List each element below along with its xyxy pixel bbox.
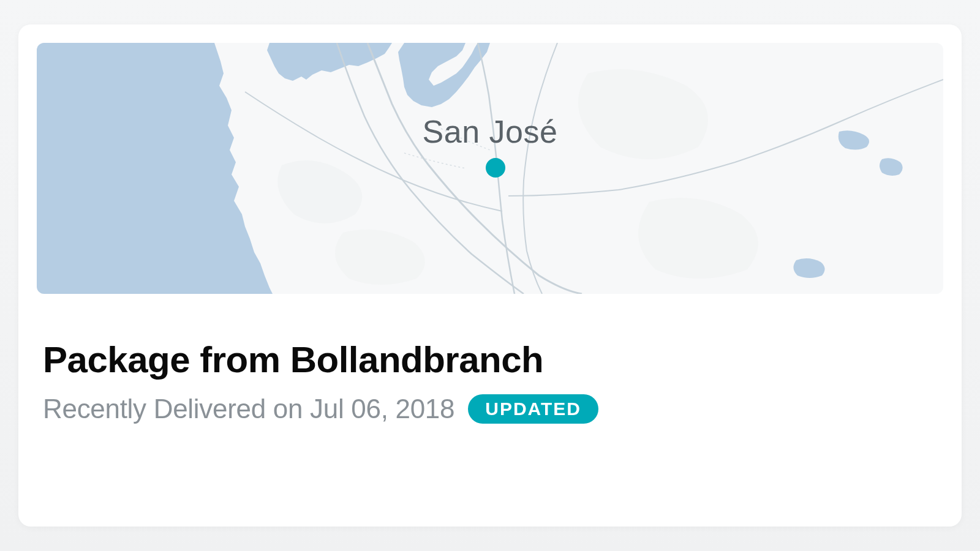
delivery-status-text: Recently Delivered on Jul 06, 2018 <box>43 394 454 424</box>
map-city-label: San José <box>423 113 558 150</box>
map-thumbnail[interactable]: San José <box>37 43 943 294</box>
updated-badge: UPDATED <box>468 394 598 424</box>
status-row: Recently Delivered on Jul 06, 2018 UPDAT… <box>43 394 943 424</box>
package-title: Package from Bollandbranch <box>43 340 943 380</box>
package-card: San José Package from Bollandbranch Rece… <box>18 24 962 527</box>
package-info-section: Package from Bollandbranch Recently Deli… <box>37 294 943 424</box>
location-marker-icon <box>486 158 505 178</box>
